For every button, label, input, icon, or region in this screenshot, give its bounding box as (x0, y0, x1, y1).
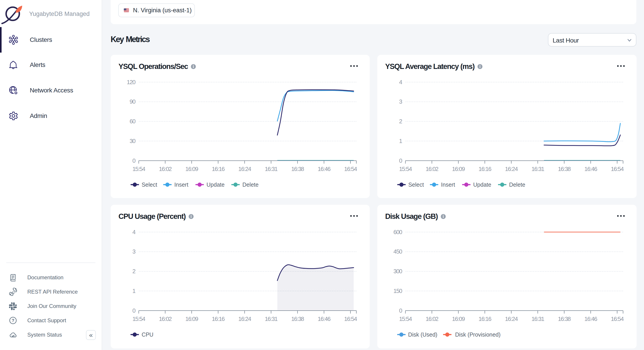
svg-text:2: 2 (132, 268, 136, 275)
svg-text:16:09: 16:09 (186, 316, 198, 322)
svg-text:16:31: 16:31 (531, 166, 544, 172)
svg-text:16:24: 16:24 (238, 316, 251, 322)
svg-text:0: 0 (399, 307, 402, 314)
svg-text:16:02: 16:02 (159, 166, 172, 172)
svg-text:16:02: 16:02 (159, 316, 172, 322)
svg-text:Insert: Insert (441, 181, 455, 188)
svg-text:150: 150 (394, 288, 402, 294)
svg-text:15:54: 15:54 (399, 166, 412, 172)
svg-text:16:24: 16:24 (238, 166, 251, 172)
svg-text:120: 120 (127, 79, 136, 85)
svg-text:?: ? (12, 318, 14, 323)
svg-text:15:54: 15:54 (132, 166, 145, 172)
svg-text:60: 60 (130, 118, 136, 125)
svg-text:15:54: 15:54 (399, 316, 412, 322)
svg-text:16:24: 16:24 (505, 316, 518, 322)
svg-text:Disk (Provisioned): Disk (Provisioned) (455, 332, 501, 338)
svg-text:Update: Update (473, 181, 491, 188)
svg-text:Delete: Delete (242, 181, 258, 188)
svg-text:16:54: 16:54 (611, 166, 624, 172)
svg-text:3: 3 (399, 98, 402, 105)
svg-text:16:31: 16:31 (265, 316, 278, 322)
svg-text:16:46: 16:46 (584, 166, 597, 172)
svg-text:16:31: 16:31 (265, 166, 278, 172)
svg-text:16:24: 16:24 (505, 166, 518, 172)
svg-text:16:38: 16:38 (291, 316, 304, 322)
svg-text:0: 0 (132, 157, 136, 164)
svg-text:300: 300 (394, 268, 402, 275)
svg-text:30: 30 (130, 138, 136, 144)
svg-text:16:31: 16:31 (531, 316, 544, 322)
svg-text:Insert: Insert (174, 181, 188, 188)
svg-text:Update: Update (206, 181, 224, 188)
svg-text:1: 1 (399, 138, 402, 144)
svg-text:16:54: 16:54 (611, 316, 624, 322)
svg-text:2: 2 (399, 118, 402, 125)
svg-text:16:09: 16:09 (186, 166, 198, 172)
svg-text:16:16: 16:16 (478, 166, 491, 172)
svg-text:3: 3 (132, 248, 136, 255)
svg-text:Select: Select (142, 181, 157, 188)
svg-text:16:09: 16:09 (452, 316, 465, 322)
svg-text:16:38: 16:38 (558, 166, 571, 172)
svg-text:16:38: 16:38 (291, 166, 304, 172)
svg-text:CPU: CPU (142, 332, 154, 338)
svg-text:16:54: 16:54 (344, 316, 357, 322)
svg-text:4: 4 (132, 229, 136, 235)
svg-text:90: 90 (130, 98, 136, 105)
svg-text:16:46: 16:46 (318, 166, 330, 172)
svg-text:16:09: 16:09 (452, 166, 465, 172)
svg-text:0: 0 (399, 157, 402, 164)
svg-text:450: 450 (394, 248, 402, 255)
svg-text:16:16: 16:16 (212, 316, 224, 322)
svg-text:15:54: 15:54 (132, 316, 145, 322)
svg-text:16:16: 16:16 (212, 166, 224, 172)
svg-text:16:46: 16:46 (318, 316, 330, 322)
svg-text:16:38: 16:38 (558, 316, 571, 322)
svg-text:1: 1 (132, 288, 136, 294)
svg-text:16:46: 16:46 (584, 316, 597, 322)
svg-text:16:02: 16:02 (426, 166, 438, 172)
svg-text:16:54: 16:54 (344, 166, 357, 172)
svg-text:4: 4 (399, 79, 402, 85)
svg-text:600: 600 (394, 229, 402, 235)
svg-text:Disk (Used): Disk (Used) (408, 332, 438, 338)
svg-text:16:16: 16:16 (478, 316, 491, 322)
svg-text:16:02: 16:02 (426, 316, 438, 322)
svg-text:0: 0 (132, 307, 136, 314)
svg-text:Select: Select (408, 181, 424, 188)
svg-text:Delete: Delete (509, 181, 525, 188)
